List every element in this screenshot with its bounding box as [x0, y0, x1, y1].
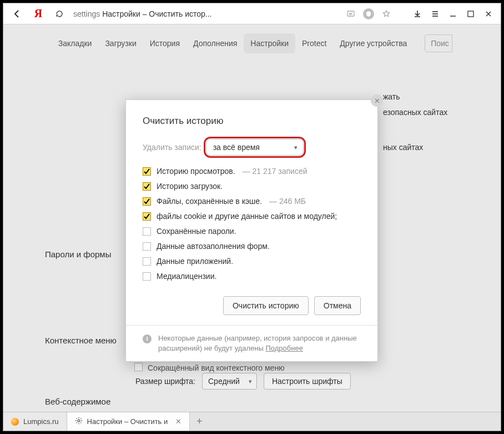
new-tab-button[interactable]: +	[190, 412, 209, 431]
gear-icon	[75, 417, 83, 426]
yandex-logo-icon[interactable]: Я	[29, 6, 48, 22]
omnibox[interactable]: settings Настройки – Очистить истор...	[71, 6, 212, 22]
page-content: Закладки Загрузки История Дополнения Нас…	[3, 24, 501, 412]
checkbox-row: Историю просмотров.— 21 217 записей	[143, 167, 361, 176]
taskbar: Lumpics.ru Настройки – Очистить и ✕ +	[3, 412, 501, 431]
window-maximize-icon[interactable]	[463, 6, 478, 22]
feedback-icon[interactable]	[343, 6, 359, 22]
checkbox-row: Сохранённые пароли.	[143, 227, 361, 236]
reload-button[interactable]	[50, 6, 69, 22]
taskbar-tab-settings[interactable]: Настройки – Очистить и ✕	[67, 412, 190, 431]
info-icon: i	[143, 335, 152, 343]
checkbox-label: файлы cookie и другие данные сайтов и мо…	[157, 212, 337, 221]
checkbox-label: Историю загрузок.	[157, 182, 223, 191]
window-close-icon[interactable]	[481, 6, 496, 22]
dialog-note: i Некоторые данные (например, история за…	[126, 325, 377, 361]
checkbox[interactable]	[143, 212, 151, 221]
clear-button[interactable]: Очистить историю	[223, 296, 309, 315]
omnibox-title: Настройки – Очистить истор...	[102, 9, 211, 18]
taskbar-tab-lumpics[interactable]: Lumpics.ru	[3, 412, 67, 431]
tab-close-icon[interactable]: ✕	[175, 417, 182, 426]
checkbox[interactable]	[143, 182, 151, 191]
checkbox[interactable]	[143, 197, 151, 206]
checkbox-row: Данные автозаполнения форм.	[143, 242, 361, 251]
checkbox-row: Медиалицензии.	[143, 272, 361, 281]
checkbox-meta: — 21 217 записей	[243, 167, 308, 176]
cancel-button[interactable]: Отмена	[314, 296, 361, 315]
back-button[interactable]	[8, 6, 27, 22]
bookmark-star-icon[interactable]	[379, 6, 394, 22]
checkbox-row: Данные приложений.	[143, 257, 361, 266]
checkbox-label: Данные приложений.	[157, 257, 233, 266]
dialog-title: Очистить историю	[143, 116, 361, 127]
note-link[interactable]: Подробнее	[266, 344, 303, 352]
checkbox-row: Историю загрузок.	[143, 182, 361, 191]
checkbox-label: Данные автозаполнения форм.	[157, 242, 270, 251]
checkbox-label: Файлы, сохранённые в кэше.	[157, 197, 262, 206]
checkbox[interactable]	[143, 167, 151, 176]
favicon-icon	[11, 418, 19, 426]
window-minimize-icon[interactable]	[445, 6, 461, 22]
checkbox[interactable]	[143, 242, 151, 251]
checkbox-label: Сохранённые пароли.	[157, 227, 236, 236]
time-range-select[interactable]: за всё время ▾	[206, 139, 304, 156]
note-text: Некоторые данные (например, история запр…	[158, 334, 357, 352]
checkbox-row: Файлы, сохранённые в кэше.— 246 МБ	[143, 197, 361, 206]
checkbox[interactable]	[143, 272, 151, 281]
shield-icon[interactable]	[361, 6, 376, 22]
chevron-down-icon: ▾	[294, 144, 298, 151]
clear-history-dialog: ✕ Очистить историю Удалить записи: за вс…	[125, 99, 378, 362]
close-button[interactable]: ✕	[371, 94, 383, 107]
downloads-icon[interactable]	[410, 6, 425, 22]
checkbox-label: Медиалицензии.	[157, 272, 216, 281]
checkbox-meta: — 246 МБ	[269, 197, 306, 206]
svg-point-2	[78, 420, 80, 422]
omnibox-prefix: settings	[73, 9, 100, 18]
checkbox[interactable]	[143, 227, 151, 236]
checkbox-row: файлы cookie и другие данные сайтов и мо…	[143, 212, 361, 221]
checkbox-label: Историю просмотров.	[157, 167, 235, 176]
menu-icon[interactable]	[427, 6, 443, 22]
checkbox[interactable]	[143, 257, 151, 266]
delete-range-label: Удалить записи:	[143, 143, 201, 152]
svg-rect-1	[468, 11, 473, 17]
browser-toolbar: Я settings Настройки – Очистить истор...	[3, 3, 501, 24]
